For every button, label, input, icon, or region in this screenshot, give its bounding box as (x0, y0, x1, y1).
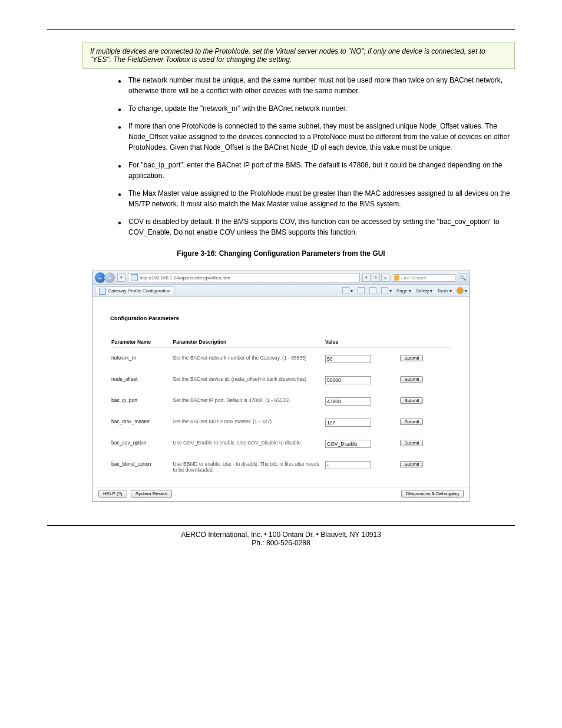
help-menu[interactable]: ▾ (457, 287, 467, 294)
page-icon (131, 274, 138, 281)
param-value-input[interactable] (325, 419, 371, 427)
nav-dropdown-icon[interactable]: ▾ (117, 274, 125, 282)
param-value-input[interactable] (325, 376, 371, 384)
bullet-icon: ● (118, 160, 128, 170)
param-desc: Use BBMD to enable. Use - to disable. Th… (173, 455, 325, 479)
search-placeholder: Live Search (401, 275, 426, 281)
param-value-input[interactable] (325, 461, 371, 469)
submit-button[interactable]: Submit (400, 355, 423, 361)
table-row: node_offset Set the BACnet device id. (n… (111, 370, 451, 390)
search-provider-icon (394, 275, 399, 281)
bullet-text: If more than one ProtoNode is connected … (128, 121, 515, 153)
param-name: bac_ip_port (111, 391, 172, 411)
home-menu[interactable]: ▾ (342, 287, 353, 294)
search-go-button[interactable]: 🔍 (458, 273, 467, 282)
screenshot-window: ← → ▾ http://192.168.1.24/app/profiles/p… (92, 271, 470, 502)
feeds-menu[interactable] (358, 287, 365, 294)
tab-gateway-profile[interactable]: Gateway Profile Configuration (95, 286, 174, 295)
figure-caption: Figure 3-16: Changing Configuration Para… (47, 249, 515, 258)
table-row: network_nr Set the BACnet network number… (111, 349, 451, 369)
forward-button[interactable]: → (104, 272, 115, 283)
table-row: bac_bbmd_option Use BBMD to enable. Use … (111, 455, 451, 479)
bullet-text: COV is disabled by default. If the BMS s… (128, 216, 515, 238)
tab-icon (99, 288, 106, 295)
table-row: bac_cov_option Use COV_Enable to enable.… (111, 434, 451, 454)
col-value: Value (325, 337, 399, 348)
print-menu[interactable]: ▾ (381, 287, 392, 294)
bullet-text: The Max Master value assigned to the Pro… (128, 188, 515, 209)
tab-label: Gateway Profile Configuration (108, 288, 170, 294)
col-desc: Parameter Description (173, 337, 325, 348)
bullet-text: The network number must be unique, and t… (128, 75, 515, 96)
page-menu[interactable]: Page ▾ (396, 288, 411, 294)
mail-icon (369, 287, 376, 294)
print-icon (381, 287, 388, 294)
safety-menu[interactable]: Safety ▾ (416, 288, 433, 294)
section-title: Configuration Parameters (110, 315, 452, 321)
bullet-icon: ● (118, 216, 128, 227)
refresh-icon[interactable]: ↻ (372, 274, 380, 282)
bullet-text: For "bac_ip_port", enter the BACnet IP p… (128, 160, 515, 181)
help-icon (457, 287, 464, 294)
tools-menu[interactable]: Tools ▾ (437, 288, 452, 294)
param-name: bac_bbmd_option (111, 455, 172, 479)
param-table: Parameter Name Parameter Description Val… (110, 335, 452, 480)
param-name: bac_max_master (111, 413, 172, 433)
param-name: bac_cov_option (111, 434, 172, 454)
caution-text: If multiple devices are connected to the… (90, 47, 485, 64)
param-desc: Set the BACnet device id. (node_offset+A… (173, 370, 325, 390)
param-desc: Set the BACnet MSTP max master. (1 - 127… (173, 413, 325, 433)
rss-icon (358, 287, 365, 294)
param-value-input[interactable] (325, 355, 371, 363)
submit-button[interactable]: Submit (400, 397, 423, 404)
home-icon (342, 287, 349, 294)
param-desc: Set the BACnet IP port. Default is 47808… (173, 391, 325, 411)
system-restart-button[interactable]: System Restart (131, 490, 173, 498)
bullet-icon: ● (118, 75, 128, 85)
submit-button[interactable]: Submit (400, 461, 423, 467)
param-desc: Set the BACnet network number of the Gat… (173, 349, 325, 369)
help-button[interactable]: HELP (?) (98, 490, 127, 498)
col-name: Parameter Name (111, 337, 172, 348)
stop-icon[interactable]: × (381, 274, 389, 282)
browser-toolbar: ← → ▾ http://192.168.1.24/app/profiles/p… (92, 271, 470, 285)
param-value-input[interactable] (325, 397, 371, 406)
url-text: http://192.168.1.24/app/profiles/profile… (140, 275, 230, 281)
search-box[interactable]: Live Search (392, 274, 455, 282)
diagnostics-button[interactable]: Diagnostics & Debugging (401, 490, 464, 498)
address-bar[interactable]: http://192.168.1.24/app/profiles/profile… (128, 273, 360, 282)
footer-line1: AERCO International, Inc. • 100 Oritani … (47, 531, 515, 539)
bullet-icon: ● (118, 103, 128, 114)
addr-dropdown-icon[interactable]: ▾ (362, 274, 371, 282)
param-desc: Use COV_Enable to enable. Use COV_Disabl… (173, 434, 325, 454)
table-row: bac_ip_port Set the BACnet IP port. Defa… (111, 391, 451, 411)
bullet-text: To change, update the "network_nr" with … (128, 103, 515, 114)
bullet-icon: ● (118, 188, 128, 199)
param-value-input[interactable] (325, 440, 371, 448)
footer-line2: Ph.: 800-526-0288 (47, 539, 515, 547)
submit-button[interactable]: Submit (400, 440, 423, 446)
submit-button[interactable]: Submit (400, 376, 423, 383)
table-row: bac_max_master Set the BACnet MSTP max m… (111, 413, 451, 433)
tab-bar: Gateway Profile Configuration ▾ ▾ Page ▾… (92, 285, 470, 297)
mail-menu[interactable] (369, 287, 376, 294)
caution-box: If multiple devices are connected to the… (82, 42, 515, 69)
bullet-icon: ● (118, 121, 128, 131)
param-name: network_nr (111, 349, 172, 369)
submit-button[interactable]: Submit (400, 419, 423, 425)
param-name: node_offset (111, 370, 172, 390)
